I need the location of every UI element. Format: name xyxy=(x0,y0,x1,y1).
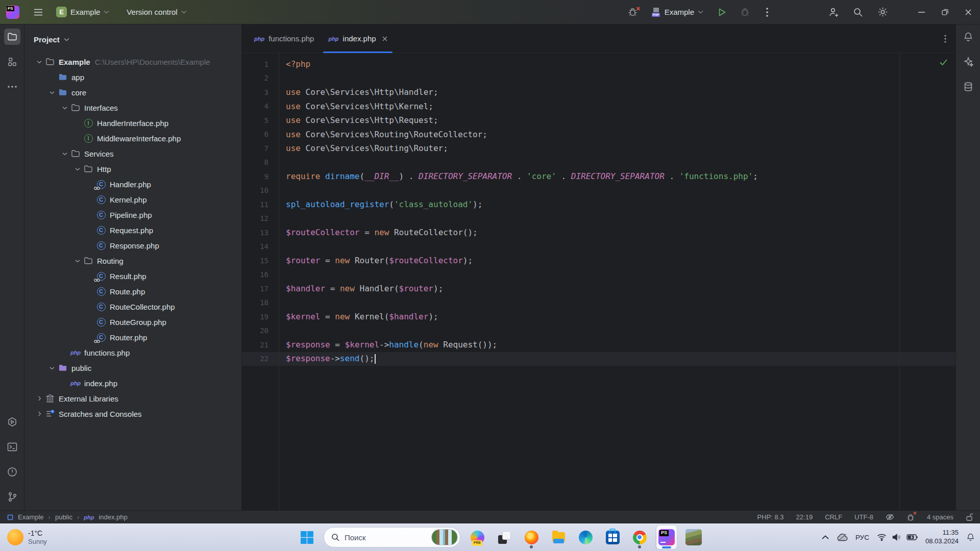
tree-row[interactable]: ExampleC:\Users\HP\Documents\Example xyxy=(24,54,241,69)
tab-index-php[interactable]: php index.php xyxy=(321,24,394,53)
tree-chevron[interactable] xyxy=(59,106,70,110)
line-separator-widget[interactable]: CRLF xyxy=(825,513,842,521)
wifi-icon[interactable] xyxy=(877,534,887,541)
tree-row[interactable]: CRequest.php xyxy=(24,222,241,238)
run-button[interactable] xyxy=(714,5,731,20)
main-menu-button[interactable] xyxy=(29,6,48,19)
clock-widget[interactable]: 11:35 08.03.2024 xyxy=(925,529,959,546)
tree-row[interactable]: Interfaces xyxy=(24,100,241,115)
ai-assistant-tool-button[interactable] xyxy=(960,54,976,70)
code-line[interactable]: 11spl_autoload_register('class_autoload'… xyxy=(242,197,955,212)
tab-functions-php[interactable]: php functions.php xyxy=(247,24,321,53)
tree-chevron[interactable] xyxy=(72,259,83,263)
indent-widget[interactable]: 4 spaces xyxy=(927,513,953,521)
code-editor[interactable]: 1<?php23use Core\Services\Http\Handler;4… xyxy=(242,53,955,510)
debug-button[interactable] xyxy=(736,5,753,20)
start-button[interactable] xyxy=(297,527,317,547)
php-version-widget[interactable]: PHP: 8.3 xyxy=(757,513,784,521)
run-configuration-selector[interactable]: PHP Example xyxy=(647,5,708,20)
onedrive-icon[interactable] xyxy=(837,534,848,541)
taskbar-app-chrome[interactable] xyxy=(629,525,650,549)
version-control-tool-button[interactable] xyxy=(4,489,20,505)
code-line[interactable]: 3use Core\Services\Http\Handler; xyxy=(242,85,955,99)
tree-row[interactable]: CKernel.php xyxy=(24,192,241,207)
more-actions-button[interactable] xyxy=(758,5,776,20)
notifications-bell-icon[interactable] xyxy=(966,533,975,542)
services-tool-button[interactable] xyxy=(4,414,20,430)
tree-row[interactable]: Routing xyxy=(24,253,241,268)
search-highlight-image[interactable] xyxy=(431,529,458,545)
taskbar-search[interactable]: Поиск xyxy=(324,527,460,547)
tree-chevron[interactable] xyxy=(46,366,58,370)
tree-row[interactable]: Scratches and Consoles xyxy=(24,406,241,421)
notifications-tool-button[interactable] xyxy=(960,29,976,45)
readonly-toggle[interactable] xyxy=(886,513,894,521)
breadcrumb-item[interactable]: Example xyxy=(18,513,44,521)
project-panel-header[interactable]: Project xyxy=(24,24,241,54)
vcs-menu[interactable]: Version control xyxy=(121,5,191,19)
tree-chevron[interactable] xyxy=(34,396,45,401)
lock-widget[interactable] xyxy=(966,513,973,521)
code-line[interactable]: 13$routeCollector = new RouteCollector()… xyxy=(242,226,955,240)
code-line[interactable]: 22$response->send(); xyxy=(242,352,955,366)
debug-listener-off-button[interactable]: ✕ xyxy=(624,5,642,20)
tree-row[interactable]: core xyxy=(24,85,241,100)
code-line[interactable]: 2 xyxy=(242,71,955,86)
code-line[interactable]: 17$handler = new Handler($router); xyxy=(242,282,955,296)
close-tab-icon[interactable] xyxy=(382,36,387,41)
taskbar-app-game[interactable] xyxy=(683,525,704,549)
tree-row[interactable]: CResponse.php xyxy=(24,238,241,253)
tree-row[interactable]: CRouteCollector.php xyxy=(24,299,241,314)
tree-row[interactable]: phpfunctions.php xyxy=(24,345,241,360)
code-line[interactable]: 19$kernel = new Kernel($handler); xyxy=(242,310,955,324)
breadcrumb-item[interactable]: index.php xyxy=(99,513,127,521)
database-tool-button[interactable] xyxy=(960,79,976,95)
inspections-ok-icon[interactable] xyxy=(940,59,947,66)
more-tools-button[interactable] xyxy=(4,79,20,95)
tree-chevron[interactable] xyxy=(34,411,45,416)
tree-row[interactable]: CRoute.php xyxy=(24,284,241,299)
tree-row[interactable]: IMiddlewareInterface.php xyxy=(24,131,241,146)
tree-row[interactable]: public xyxy=(24,360,241,375)
code-line[interactable]: 8 xyxy=(242,156,955,170)
taskbar-app-phpstorm[interactable]: PS xyxy=(656,525,677,549)
code-line[interactable]: 12 xyxy=(242,212,955,226)
code-line[interactable]: 14 xyxy=(242,240,955,254)
code-with-me-button[interactable] xyxy=(825,5,842,20)
tree-row[interactable]: CResult.php xyxy=(24,268,241,284)
code-line[interactable]: 1<?php xyxy=(242,57,955,71)
settings-button[interactable] xyxy=(874,5,891,20)
taskbar-app-file-explorer[interactable] xyxy=(548,525,569,549)
tree-row[interactable]: CRouter.php xyxy=(24,330,241,345)
breadcrumb-item[interactable]: public xyxy=(55,513,72,521)
close-button[interactable] xyxy=(957,0,980,24)
taskbar-app-copilot[interactable]: PRE xyxy=(467,525,487,549)
tray-chevron-up-icon[interactable] xyxy=(822,535,829,539)
code-line[interactable]: 15$router = new Router($routeCollector); xyxy=(242,254,955,268)
tab-options-icon[interactable] xyxy=(944,35,946,43)
terminal-tool-button[interactable] xyxy=(4,439,20,455)
tree-row[interactable]: Services xyxy=(24,146,241,161)
taskbar-app-firefox[interactable] xyxy=(521,525,542,549)
project-selector[interactable]: E Example xyxy=(51,4,114,20)
tree-row[interactable]: CRouteGroup.php xyxy=(24,314,241,330)
code-line[interactable]: 21$response = $kernel->handle(new Reques… xyxy=(242,338,955,352)
language-indicator[interactable]: РУС xyxy=(855,534,869,541)
structure-tool-button[interactable] xyxy=(4,54,20,70)
code-line[interactable]: 9require dirname(__DIR__) . DIRECTORY_SE… xyxy=(242,169,955,184)
tree-row[interactable]: External Libraries xyxy=(24,391,241,406)
tree-chevron[interactable] xyxy=(59,152,70,156)
tree-row[interactable]: CPipeline.php xyxy=(24,207,241,222)
tree-chevron[interactable] xyxy=(46,91,58,94)
code-line[interactable]: 18 xyxy=(242,296,955,310)
phpstorm-logo-icon[interactable]: PS xyxy=(6,6,19,19)
debug-listener-widget[interactable]: ✕ xyxy=(906,513,915,521)
weather-widget[interactable]: -1°C Sunny xyxy=(7,529,47,545)
code-line[interactable]: 6use Core\Services\Routing\RouteCollecto… xyxy=(242,128,955,142)
code-line[interactable]: 10 xyxy=(242,184,955,198)
taskbar-app-edge[interactable] xyxy=(575,525,596,549)
tree-row[interactable]: phpindex.php xyxy=(24,375,241,391)
code-line[interactable]: 7use Core\Services\Routing\Router; xyxy=(242,141,955,156)
code-line[interactable]: 16 xyxy=(242,268,955,282)
tree-chevron[interactable] xyxy=(72,167,83,171)
